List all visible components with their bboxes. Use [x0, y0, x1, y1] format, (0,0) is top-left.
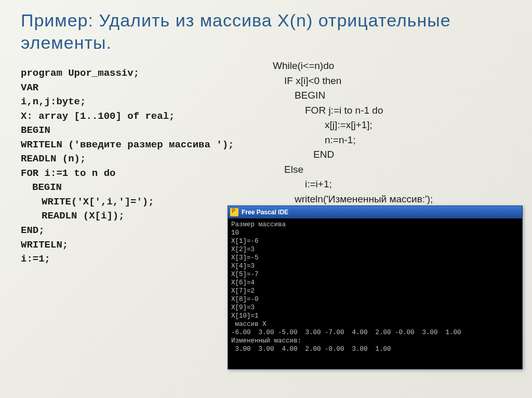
pascal-icon: [230, 208, 238, 216]
code-line: program Upor_massiv;: [21, 66, 244, 81]
code-line: n:=n-1;: [273, 133, 433, 148]
ide-window: Free Pascal IDE Размер массива 10 X[1]=-…: [228, 205, 523, 369]
code-line: i,n,j:byte;: [21, 95, 244, 109]
ide-title-text: Free Pascal IDE: [242, 209, 288, 216]
code-line: While(i<=n)do: [273, 59, 433, 74]
slide-title: Пример: Удалить из массива X(n) отрицате…: [0, 0, 532, 59]
code-line: i:=i+1;: [273, 177, 433, 192]
code-line: FOR i:=1 to n do: [21, 167, 244, 181]
ide-titlebar[interactable]: Free Pascal IDE: [228, 206, 522, 218]
code-line: x[j]:=x[j+1];: [273, 118, 433, 133]
code-line: WRITELN;: [21, 238, 244, 253]
code-line: VAR: [21, 81, 244, 95]
code-line: READLN (X[i]);: [21, 209, 244, 224]
code-line: BEGIN: [21, 181, 244, 195]
code-line: X: array [1..100] of real;: [21, 109, 244, 124]
code-block-left: program Upor_massiv; VAR i,n,j:byte; X: …: [21, 66, 244, 267]
code-line: WRITELN ('введите размер массива ');: [21, 138, 244, 153]
code-line: FOR j:=i to n-1 do: [273, 103, 433, 118]
code-line: i:=1;: [21, 252, 244, 267]
code-line: END: [273, 147, 433, 162]
code-line: END;: [21, 224, 244, 238]
ide-terminal: Размер массива 10 X[1]=-6 X[2]=3 X[3]=-5…: [228, 218, 522, 369]
code-line: Else: [273, 162, 433, 177]
code-line: writeln('Измененный массив:');: [273, 192, 433, 207]
code-line: BEGIN: [273, 88, 433, 103]
code-line: IF x[i]<0 then: [273, 74, 433, 89]
code-line: READLN (n);: [21, 152, 244, 167]
code-line: WRITE('X[',i,']=');: [21, 195, 244, 210]
code-line: BEGIN: [21, 123, 244, 138]
code-block-right: While(i<=n)do IF x[i]<0 then BEGIN FOR j…: [273, 59, 433, 207]
